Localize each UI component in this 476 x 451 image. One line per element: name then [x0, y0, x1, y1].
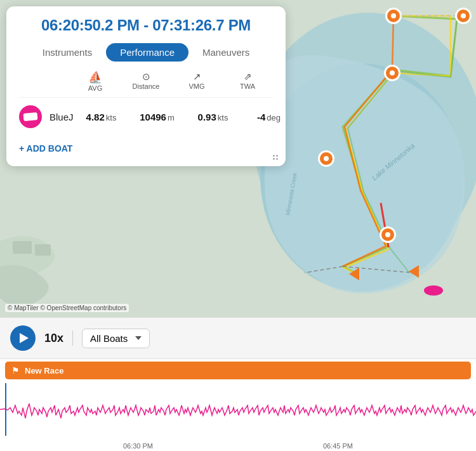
timeline-area: ⚑ New Race 06:30 PM 06:45 PM [0, 359, 476, 451]
time-label-2: 06:45 PM [323, 442, 353, 450]
play-icon [20, 333, 29, 343]
play-button[interactable] [10, 325, 36, 351]
speed-label: 10x [44, 332, 63, 345]
map-marker-2[interactable] [455, 8, 472, 24]
boat-stats: 4.82kts 10496m 0.93kts -4deg [74, 112, 297, 122]
map-marker-4[interactable] [384, 65, 400, 81]
race-banner-text: New Race [25, 366, 63, 376]
bottom-bar: 10x All Boats ⚑ New Race 06:30 PM 06:45 … [0, 317, 476, 451]
time-range: 06:20:50.2 PM - 07:31:26.7 PM [19, 16, 273, 34]
tab-performance[interactable]: Performance [106, 43, 188, 62]
boats-filter-dropdown[interactable]: All Boats [82, 329, 150, 348]
boat-avatar-inner [23, 112, 38, 121]
map-marker-3[interactable] [318, 150, 334, 167]
tab-instruments[interactable]: Instruments [29, 43, 106, 62]
columns-header: ⛵ AVG ⊙ Distance ↗ VMG ⇗ TWA [19, 72, 273, 98]
chevron-down-icon [135, 336, 142, 340]
map-credit: © MapTiler © OpenStreetMap contributors [5, 304, 129, 312]
tab-maneuvers[interactable]: Maneuvers [188, 43, 263, 62]
chart-svg [0, 383, 476, 436]
add-boat-button[interactable]: + ADD BOAT [19, 143, 72, 154]
avg-icon: ⛵ [88, 72, 102, 83]
twa-icon: ⇗ [244, 72, 252, 81]
col-vmg: ↗ VMG [171, 72, 222, 92]
divider [72, 330, 73, 346]
map-container: Lake Minnetonka Minnesota Creek 06:20:50… [0, 0, 476, 317]
stat-avg: 4.82kts [74, 112, 129, 122]
time-label-1: 06:30 PM [123, 442, 153, 450]
time-labels: 06:30 PM 06:45 PM [0, 442, 476, 450]
map-marker-5[interactable] [380, 226, 396, 243]
col-twa: ⇗ TWA [222, 72, 273, 92]
tab-group: Instruments Performance Maneuvers [19, 43, 273, 62]
boat-name: BlueJ [50, 112, 74, 122]
playhead-line [5, 383, 6, 436]
chart-area [0, 383, 476, 436]
flag-marker-2 [409, 265, 419, 278]
race-flag-icon: ⚑ [11, 365, 20, 376]
distance-icon: ⊙ [142, 72, 150, 81]
drag-handle [273, 155, 278, 160]
pink-marker [424, 285, 443, 296]
col-distance: ⊙ Distance [121, 72, 171, 92]
stat-twa: -4deg [241, 112, 297, 122]
col-avg: ⛵ AVG [70, 72, 121, 92]
map-marker-1[interactable] [385, 8, 402, 24]
boat-row-bluej: BlueJ 4.82kts 10496m 0.93kts -4deg [19, 98, 273, 131]
vmg-icon: ↗ [193, 72, 201, 81]
playback-controls: 10x All Boats [0, 318, 476, 359]
flag-marker-1 [349, 268, 359, 280]
boat-avatar [19, 105, 42, 128]
svg-rect-3 [13, 241, 32, 254]
race-banner: ⚑ New Race [5, 362, 471, 379]
overlay-panel: 06:20:50.2 PM - 07:31:26.7 PM Instrument… [6, 6, 286, 166]
stat-vmg: 0.93kts [185, 112, 241, 122]
svg-rect-4 [35, 244, 51, 256]
stat-distance: 10496m [129, 112, 185, 122]
